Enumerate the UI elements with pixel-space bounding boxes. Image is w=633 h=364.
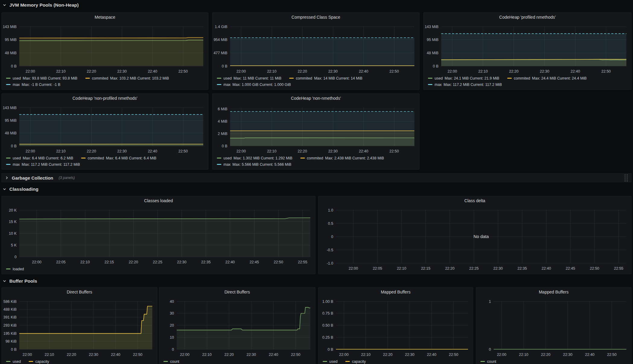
svg-text:22:40: 22:40 (542, 266, 551, 271)
chart-codeheap-profiled-nmethods[interactable]: 0 B48 MiB95 MiB143 MiB22:0022:1022:2022:… (424, 13, 631, 89)
panel-title[interactable]: CodeHeap 'non-profiled nmethods' (11, 96, 199, 101)
svg-text:-1.0: -1.0 (327, 261, 333, 265)
svg-text:98 KiB: 98 KiB (5, 339, 17, 344)
panel-title[interactable]: Class delta (328, 198, 622, 203)
chart-direct-buffers-count[interactable]: 01020304022:0022:1022:2022:3022:4022:50c… (159, 287, 315, 364)
chart-metaspace[interactable]: 0 B48 MiB95 MiB143 MiB22:0022:1022:2022:… (2, 13, 208, 89)
svg-text:22:50: 22:50 (601, 69, 611, 74)
svg-text:22:40: 22:40 (225, 260, 235, 264)
svg-text:40: 40 (170, 300, 174, 304)
svg-text:391 KiB: 391 KiB (3, 315, 17, 319)
legend-item-max[interactable]: max Max: 117.2 MiB Current: 117.2 MiB (6, 162, 80, 167)
panel-title[interactable]: Classes loaded (11, 198, 306, 203)
svg-text:954 MiB: 954 MiB (214, 38, 227, 42)
panel-title[interactable]: Mapped Buffers (485, 290, 622, 294)
panel-codeheap-non-profiled-nmethods: CodeHeap 'non-profiled nmethods' 0 B48 M… (2, 93, 208, 170)
svg-text:143 MiB: 143 MiB (425, 25, 438, 29)
legend-item-max[interactable]: max Max: 1.000 GiB Current: 1.000 GiB (217, 83, 291, 87)
svg-text:22:20: 22:20 (87, 149, 96, 153)
legend-item-used[interactable]: used Max: 24.1 MiB Current: 21.9 MiB (428, 76, 499, 80)
svg-text:22:50: 22:50 (291, 353, 300, 357)
chart-codeheap-non-profiled-nmethods[interactable]: 0 B48 MiB95 MiB143 MiB22:0022:1022:2022:… (2, 94, 208, 169)
section-header-buffer-pools[interactable]: Buffer Pools (2, 278, 37, 284)
chevron-right-icon (5, 176, 9, 180)
legend-item-used[interactable]: used Max: 6.4 MiB Current: 6.2 MiB (6, 156, 73, 160)
chart-mapped-buffers-bytes[interactable]: 0 B0.25 B0.50 B0.75 B1.00 B22:0022:1022:… (318, 287, 473, 364)
drag-handle-icon[interactable] (624, 174, 628, 182)
chart-classes-loaded[interactable]: 05 K10 K15 K20 K22:0022:0522:1022:1522:2… (2, 196, 315, 274)
legend-item-used[interactable]: used Max: 11 MiB Current: 11 MiB (217, 76, 281, 80)
svg-text:586 KiB: 586 KiB (3, 300, 17, 304)
legend-item-max[interactable]: max Max: -1 B Current: -1 B (6, 83, 60, 87)
legend-item-loaded[interactable]: loaded (6, 267, 24, 271)
svg-text:22:10: 22:10 (202, 353, 211, 357)
legend-item-count[interactable]: count (480, 359, 496, 364)
svg-text:143 MiB: 143 MiB (3, 25, 17, 29)
svg-text:0: 0 (14, 255, 17, 259)
legend-item-commited[interactable]: commited Max: 14 MiB Current: 14 MiB (289, 76, 362, 80)
svg-text:15 K: 15 K (9, 220, 17, 224)
svg-text:22:25: 22:25 (153, 260, 162, 264)
svg-text:22:10: 22:10 (519, 353, 528, 357)
legend-item-max[interactable]: max Max: 5.566 MiB Current: 5.566 MiB (217, 162, 291, 167)
svg-text:22:30: 22:30 (177, 260, 186, 264)
panel-title[interactable]: CodeHeap 'profiled nmethods' (433, 15, 622, 20)
legend-item-max[interactable]: max Max: 117.2 MiB Current: 117.2 MiB (428, 83, 502, 87)
svg-text:488 KiB: 488 KiB (3, 307, 17, 312)
legend-item-commited[interactable]: commited Max: 2.438 MiB Current: 2.438 M… (300, 156, 384, 160)
legend-item-used[interactable]: used Max: 93.8 MiB Current: 93.8 MiB (6, 76, 78, 80)
svg-text:22:30: 22:30 (493, 266, 503, 271)
section-header-jvm-memory-pools[interactable]: JVM Memory Pools (Non-Heap) (2, 2, 79, 8)
svg-text:22:30: 22:30 (117, 69, 127, 74)
svg-text:48 MiB: 48 MiB (5, 51, 17, 55)
svg-text:0.50 B: 0.50 B (322, 323, 333, 328)
legend-item-commited[interactable]: commited Max: 6.4 MiB Current: 6.4 MiB (81, 156, 157, 160)
svg-text:1.00 B: 1.00 B (322, 300, 333, 304)
chevron-down-icon (2, 3, 7, 7)
legend-item-used[interactable]: used (6, 359, 21, 364)
svg-text:143 MiB: 143 MiB (3, 106, 17, 110)
svg-text:22:40: 22:40 (359, 69, 368, 74)
svg-text:0 B: 0 B (328, 347, 333, 352)
panel-title[interactable]: Mapped Buffers (328, 290, 464, 294)
legend-item-used[interactable]: used Max: 1.302 MiB Current: 1.292 MiB (217, 156, 293, 160)
panel-title[interactable]: CodeHeap 'non-nmethods' (222, 96, 410, 101)
chart-compressed-class-space[interactable]: 0 B477 MiB954 MiB1.4 GiB22:0022:1022:202… (213, 13, 419, 89)
svg-text:20: 20 (170, 323, 174, 328)
chart-direct-buffers-bytes[interactable]: 0 B98 KiB195 KiB293 KiB391 KiB488 KiB586… (2, 287, 157, 364)
svg-text:22:50: 22:50 (389, 149, 399, 153)
row-garbage-collection[interactable]: Garbage Collection (3 panels) (2, 173, 631, 182)
svg-text:22:50: 22:50 (274, 260, 283, 264)
panel-title[interactable]: Direct Buffers (11, 290, 148, 294)
chart-mapped-buffers-count[interactable]: 0122:0022:1022:2022:3022:4022:50count (476, 287, 631, 364)
svg-text:22:30: 22:30 (328, 149, 337, 153)
svg-text:5 K: 5 K (11, 243, 17, 247)
section-title: Buffer Pools (9, 278, 37, 284)
section-header-classloading[interactable]: Classloading (2, 186, 38, 193)
svg-text:22:10: 22:10 (267, 69, 276, 74)
svg-text:22:10: 22:10 (56, 69, 65, 74)
panel-title[interactable]: Metaspace (11, 15, 199, 20)
svg-text:0.75 B: 0.75 B (322, 311, 333, 315)
svg-text:22:00: 22:00 (349, 266, 358, 271)
svg-text:0 B: 0 B (222, 144, 227, 148)
svg-text:4 MiB: 4 MiB (218, 119, 227, 124)
svg-text:22:00: 22:00 (32, 260, 41, 264)
chart-class-delta[interactable]: -1.0-0.500.51.022:0022:0522:1022:1522:20… (318, 196, 631, 274)
legend-item-used[interactable]: used (323, 359, 337, 364)
legend-item-commited[interactable]: commited Max: 24.4 MiB Current: 24.4 MiB (507, 76, 587, 80)
panel-direct-buffers-count: Direct Buffers 01020304022:0022:1022:202… (159, 287, 315, 364)
legend-item-commited[interactable]: commited Max: 103.2 MiB Current: 103.2 M… (85, 76, 169, 80)
chevron-down-icon (2, 279, 7, 283)
svg-text:22:55: 22:55 (614, 266, 623, 271)
svg-text:0: 0 (489, 347, 491, 352)
panel-title[interactable]: Compressed Class Space (222, 15, 410, 20)
chart-codeheap-non-nmethods[interactable]: 0 B2 MiB4 MiB6 MiB22:0022:1022:2022:3022… (213, 94, 419, 169)
svg-text:22:05: 22:05 (56, 260, 65, 264)
svg-text:22:05: 22:05 (373, 266, 382, 271)
legend-item-capacity[interactable]: capacity (345, 359, 366, 364)
svg-text:22:15: 22:15 (105, 260, 114, 264)
legend-item-count[interactable]: count (163, 359, 179, 364)
panel-title[interactable]: Direct Buffers (168, 290, 306, 294)
legend-item-capacity[interactable]: capacity (29, 359, 49, 364)
